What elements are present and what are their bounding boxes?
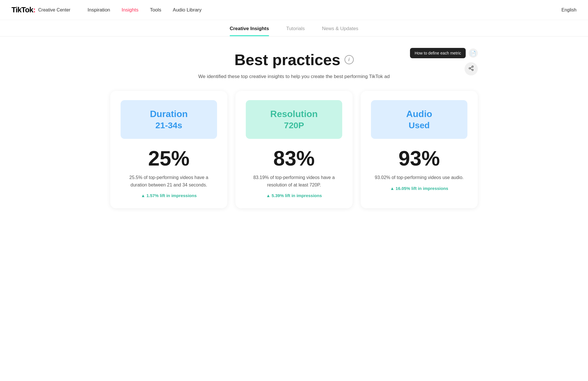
header-right: English bbox=[562, 7, 577, 13]
logo-area: TikTok: Creative Center bbox=[11, 5, 70, 14]
card-desc-audio: 93.02% of top-performing videos use audi… bbox=[375, 174, 464, 181]
card-audio: Audio Used 93% 93.02% of top-performing … bbox=[361, 91, 478, 208]
info-icon[interactable]: i bbox=[345, 55, 354, 64]
sub-nav-news-updates[interactable]: News & Updates bbox=[322, 26, 358, 36]
page-header: Best practices i We identified these top… bbox=[110, 51, 478, 79]
page-subtitle: We identified these top creative insight… bbox=[110, 74, 478, 79]
logo-tiktok: TikTok: bbox=[11, 5, 35, 14]
card-lift-audio: ▲ 16.05% lift in impressions bbox=[390, 186, 448, 191]
language-button[interactable]: English bbox=[562, 7, 577, 13]
card-percent-duration: 25% bbox=[148, 148, 189, 169]
card-badge-duration: Duration 21-34s bbox=[121, 100, 217, 139]
sub-nav-tutorials[interactable]: Tutorials bbox=[286, 26, 305, 36]
card-badge-audio: Audio Used bbox=[371, 100, 467, 139]
sub-nav-creative-insights[interactable]: Creative Insights bbox=[230, 26, 269, 36]
main-content: How to define each metric 📄 Best practic… bbox=[99, 36, 489, 226]
main-nav: Inspiration Insights Tools Audio Library bbox=[88, 7, 561, 13]
card-percent-audio: 93% bbox=[399, 148, 440, 169]
logo-dot: : bbox=[33, 5, 35, 14]
card-lift-resolution: ▲ 5.39% lift in impressions bbox=[266, 193, 322, 198]
card-duration: Duration 21-34s 25% 25.5% of top-perform… bbox=[110, 91, 227, 208]
card-badge-subtitle-resolution: 720P bbox=[284, 120, 304, 130]
logo-text: TikTok bbox=[11, 5, 33, 14]
sub-nav: Creative Insights Tutorials News & Updat… bbox=[0, 20, 588, 36]
page-title-row: Best practices i bbox=[110, 51, 478, 69]
card-badge-subtitle-duration: 21-34s bbox=[155, 120, 182, 130]
card-badge-resolution: Resolution 720P bbox=[246, 100, 342, 139]
page-title: Best practices bbox=[234, 51, 340, 69]
logo-subtitle: Creative Center bbox=[38, 7, 70, 13]
card-badge-title-audio: Audio bbox=[406, 109, 432, 119]
nav-insights[interactable]: Insights bbox=[122, 7, 139, 13]
card-desc-duration: 25.5% of top-performing videos have a du… bbox=[121, 174, 217, 188]
card-badge-title-duration: Duration bbox=[150, 109, 188, 119]
nav-inspiration[interactable]: Inspiration bbox=[88, 7, 110, 13]
card-desc-resolution: 83.19% of top-performing videos have a r… bbox=[246, 174, 342, 188]
card-badge-title-resolution: Resolution bbox=[270, 109, 318, 119]
nav-audio-library[interactable]: Audio Library bbox=[173, 7, 202, 13]
card-resolution: Resolution 720P 83% 83.19% of top-perfor… bbox=[235, 91, 353, 208]
card-lift-duration: ▲ 1.57% lift in impressions bbox=[141, 193, 197, 198]
card-percent-resolution: 83% bbox=[273, 148, 315, 169]
card-badge-subtitle-audio: Used bbox=[409, 120, 430, 130]
cards-grid: Duration 21-34s 25% 25.5% of top-perform… bbox=[110, 91, 478, 208]
nav-tools[interactable]: Tools bbox=[150, 7, 161, 13]
header: TikTok: Creative Center Inspiration Insi… bbox=[0, 0, 588, 20]
